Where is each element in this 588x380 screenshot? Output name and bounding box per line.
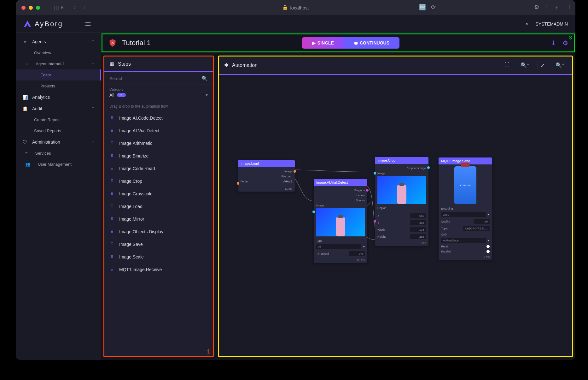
theme-toggle-icon[interactable]: ☀ bbox=[525, 21, 529, 27]
nav-user-management[interactable]: 👥 User Management bbox=[16, 159, 101, 170]
new-tab-icon[interactable]: ＋ bbox=[554, 4, 560, 11]
nav-back-icon[interactable]: 〈 bbox=[68, 4, 78, 11]
window-close[interactable] bbox=[21, 6, 26, 10]
automation-panel: 2 ✱ Automation ⛶ 🔍⁻ ⤢ 🔍⁺ bbox=[218, 56, 573, 357]
drag-handle-icon: ⠿ bbox=[111, 229, 113, 234]
chevron-up-icon: ⌃ bbox=[91, 106, 95, 111]
step-item[interactable]: ⠿Image.Grayscale bbox=[104, 187, 212, 200]
nav-editor[interactable]: Editor bbox=[16, 69, 101, 80]
app-name: AyBorg bbox=[35, 20, 63, 28]
sidebar-toggle-icon[interactable]: ◫ ▾ bbox=[52, 4, 65, 11]
user-label[interactable]: SYSTEMADMIN bbox=[535, 21, 568, 27]
browser-titlebar: ◫ ▾ 〈 〉 🔒 localhost 🔤 ⟳ ⚙ ⇧ ＋ ❐ bbox=[16, 0, 575, 15]
drag-handle-icon: ⠿ bbox=[111, 166, 113, 171]
nav-sidebar: ◦◦ Agents ⌃ Overview ◦◦ Agent.Internal-1… bbox=[16, 33, 101, 360]
users-icon: 👥 bbox=[25, 162, 30, 167]
flow-icon: ✱ bbox=[224, 62, 228, 68]
drag-hint: Drag & drop to the automation flow bbox=[104, 101, 213, 112]
nav-agent-internal[interactable]: ◦◦ Agent.Internal-1 ⌃ bbox=[16, 58, 101, 69]
step-item[interactable]: ⠿Image.Arithmetic bbox=[104, 137, 212, 150]
shield-error-icon: ✕ bbox=[108, 39, 117, 47]
chevron-up-icon: ⌃ bbox=[91, 62, 95, 66]
retain-toggle[interactable] bbox=[486, 245, 490, 248]
nav-analytics[interactable]: 📊 Analytics bbox=[16, 92, 101, 103]
nav-overview[interactable]: Overview bbox=[16, 47, 101, 58]
step-item[interactable]: ⠿Image.AI.Vial.Detect bbox=[104, 124, 212, 137]
step-label: Image.Save bbox=[119, 242, 143, 247]
annotation-1: 1 bbox=[207, 348, 210, 355]
drag-handle-icon: ⠿ bbox=[111, 267, 113, 272]
drag-handle-icon: ⠿ bbox=[111, 179, 113, 183]
steps-panel: 1 ▦ Steps 🔍 Category All 25 ▾ bbox=[103, 56, 214, 357]
nav-saved-reports[interactable]: Saved Reports bbox=[16, 125, 101, 136]
step-item[interactable]: ⠿Image.Load bbox=[104, 200, 212, 213]
chevron-up-icon: ⌃ bbox=[91, 39, 95, 44]
logo-mark-icon bbox=[23, 20, 32, 28]
step-item[interactable]: ⠿Image.Mirror bbox=[104, 213, 212, 225]
step-item[interactable]: ⠿Image.Objects.Display bbox=[104, 225, 212, 238]
nav-projects[interactable]: Projects bbox=[16, 80, 101, 92]
node-image-crop[interactable]: Image.Crop Cropped image Image Region X6… bbox=[375, 157, 428, 246]
step-item[interactable]: ⠿Image.Code.Read bbox=[104, 162, 212, 175]
step-item[interactable]: ⠿MQTT.Image.Receive bbox=[104, 263, 212, 276]
run-continuous-button[interactable]: ◉ CONTINUOUS bbox=[344, 37, 399, 49]
step-label: Image.Grayscale bbox=[119, 191, 153, 196]
settings-icon[interactable]: ⚙ bbox=[562, 39, 568, 47]
step-item[interactable]: ⠿Image.Crop bbox=[104, 175, 212, 187]
nav-agents[interactable]: ◦◦ Agents ⌃ bbox=[16, 36, 101, 47]
svg-text:✕: ✕ bbox=[111, 41, 114, 45]
step-item[interactable]: ⠿Image.Save bbox=[104, 238, 212, 251]
node-vial-detect[interactable]: Image.AI.Vial.Detect Regions Labels Scor… bbox=[314, 179, 367, 263]
drag-handle-icon: ⠿ bbox=[111, 192, 113, 196]
node-image-load[interactable]: Image.Load Image File path Folder/VIALS … bbox=[238, 160, 295, 192]
search-input[interactable] bbox=[109, 76, 201, 81]
drag-handle-icon: ⠿ bbox=[111, 204, 113, 209]
window-minimize[interactable] bbox=[29, 6, 33, 10]
zoom-out-icon[interactable]: 🔍⁻ bbox=[518, 61, 532, 69]
page-toolbar: 3 ✕ Tutorial 1 ▶ SINGLE ◉ CONTINUOUS ⤓ ⚙ bbox=[102, 33, 575, 52]
chevron-down-icon: ▾ bbox=[488, 239, 490, 242]
nav-create-report[interactable]: Create Report bbox=[16, 114, 101, 125]
drag-handle-icon: ⠿ bbox=[111, 154, 113, 158]
audit-icon: 📋 bbox=[22, 106, 28, 111]
menu-icon[interactable] bbox=[84, 21, 91, 27]
drag-handle-icon: ⠿ bbox=[111, 128, 113, 133]
fit-icon[interactable]: ⛶ bbox=[502, 61, 512, 69]
download-icon[interactable]: ⤓ bbox=[551, 39, 556, 47]
settings-gear-icon[interactable]: ⚙ bbox=[534, 4, 539, 11]
parallel-toggle[interactable] bbox=[486, 250, 490, 253]
expand-icon[interactable]: ⤢ bbox=[538, 61, 547, 69]
flow-canvas[interactable]: Image.Load Image File path Folder/VIALS … bbox=[219, 75, 572, 356]
step-item[interactable]: ⠿Image.Binarize bbox=[104, 150, 212, 162]
step-item[interactable]: ⠿Image.AI.Code.Detect bbox=[104, 112, 212, 124]
step-item[interactable]: ⠿Image.Scale bbox=[104, 251, 212, 263]
analytics-icon: 📊 bbox=[22, 95, 28, 100]
window-maximize[interactable] bbox=[36, 6, 40, 10]
steps-title: Steps bbox=[118, 61, 131, 67]
drag-handle-icon: ⠿ bbox=[111, 116, 113, 120]
nav-forward-icon[interactable]: 〉 bbox=[81, 4, 90, 11]
tabs-icon[interactable]: ❐ bbox=[565, 4, 570, 11]
chevron-down-icon: ▾ bbox=[363, 245, 365, 248]
nav-audit[interactable]: 📋 Audit ⌃ bbox=[16, 103, 101, 114]
app-header: AyBorg ☀ SYSTEMADMIN bbox=[16, 15, 575, 33]
search-icon[interactable]: 🔍 bbox=[201, 75, 208, 81]
run-single-button[interactable]: ▶ SINGLE bbox=[302, 37, 344, 49]
url-bar[interactable]: 🔒 localhost bbox=[282, 5, 309, 10]
app-logo[interactable]: AyBorg bbox=[23, 20, 63, 28]
nav-administration[interactable]: 🛡 Administration ⌃ bbox=[16, 136, 101, 148]
agents-icon: ◦◦ bbox=[22, 39, 28, 44]
category-select[interactable]: All 25 ▾ bbox=[104, 92, 213, 101]
admin-icon: 🛡 bbox=[22, 140, 28, 145]
share-icon[interactable]: ⇧ bbox=[544, 4, 549, 11]
translate-icon[interactable]: 🔤 bbox=[419, 4, 426, 11]
nav-services[interactable]: ≡ Services bbox=[16, 148, 101, 159]
step-label: Image.AI.Vial.Detect bbox=[119, 128, 159, 133]
zoom-in-icon[interactable]: 🔍⁺ bbox=[553, 61, 567, 69]
step-label: Image.Mirror bbox=[119, 217, 144, 222]
url-host: localhost bbox=[290, 5, 309, 10]
chevron-down-icon: ▾ bbox=[488, 213, 490, 216]
node-mqtt-send[interactable]: MQTT.Image.Send COVID-19 Encoding Jpeg▾ … bbox=[439, 157, 492, 260]
run-mode-toggle: ▶ SINGLE ◉ CONTINUOUS bbox=[302, 37, 399, 49]
reload-icon[interactable]: ⟳ bbox=[431, 4, 436, 11]
